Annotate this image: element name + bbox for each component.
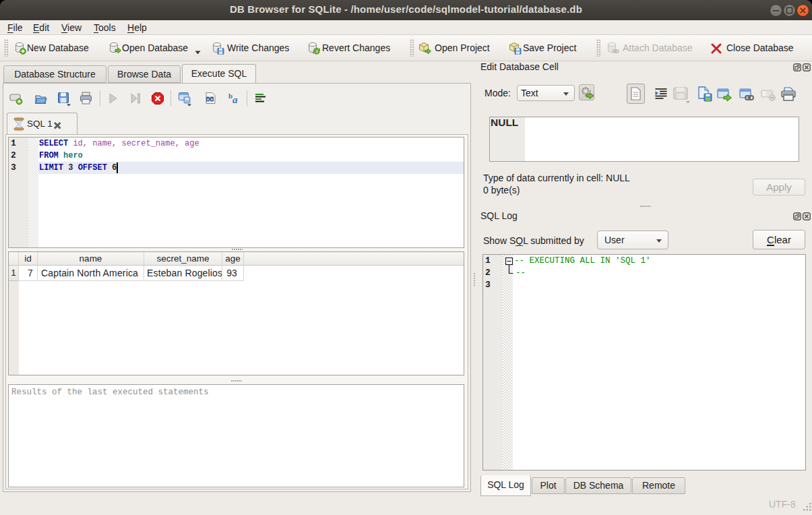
svg-text:a: a xyxy=(232,94,238,105)
